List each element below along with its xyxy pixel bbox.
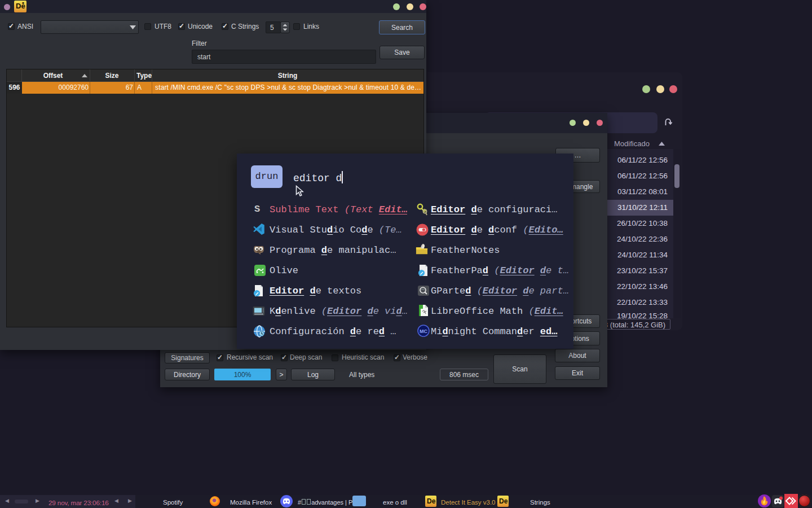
svg-text:MC: MC: [420, 329, 427, 334]
